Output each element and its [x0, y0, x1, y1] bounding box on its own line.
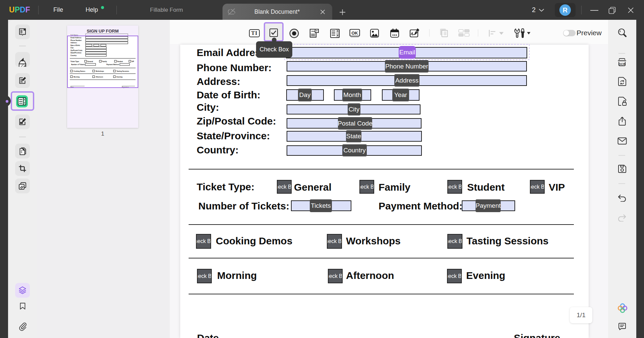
svg-text:Workshops: Workshops: [96, 70, 104, 72]
svg-text:Morning: Morning: [73, 76, 80, 78]
svg-text:VIP: VIP: [132, 61, 134, 62]
svg-text:Family: Family: [102, 61, 107, 62]
svg-text:Country:: Country:: [70, 55, 77, 56]
svg-text:Cooking Demos: Cooking Demos: [73, 70, 85, 72]
svg-text:Student: Student: [117, 61, 123, 62]
svg-text:SIGN UP FORM: SIGN UP FORM: [87, 29, 118, 34]
svg-text:Phone Number:: Phone Number:: [70, 40, 82, 41]
svg-text:Tasting Sessions: Tasting Sessions: [116, 70, 129, 72]
svg-text:Evening: Evening: [116, 76, 122, 78]
svg-text:Date of Birth:: Date of Birth:: [70, 45, 81, 46]
svg-text:General: General: [87, 61, 93, 62]
svg-text:City:: City:: [70, 47, 74, 49]
svg-text:OK: OK: [351, 31, 358, 36]
svg-text:Payment Method:: Payment Method:: [106, 64, 119, 65]
svg-text:Address:: Address:: [70, 42, 77, 44]
svg-text:State/Province:: State/Province:: [70, 52, 82, 54]
svg-text:Ticket Type:: Ticket Type:: [70, 61, 80, 62]
svg-text:Email Address:: Email Address:: [70, 37, 82, 39]
svg-text:Zip/Postal Code:: Zip/Postal Code:: [70, 50, 83, 51]
svg-text:OCR: OCR: [619, 62, 626, 66]
svg-text:Afternoon: Afternoon: [96, 76, 103, 78]
svg-text:Number of Tickets:: Number of Tickets:: [71, 64, 85, 65]
